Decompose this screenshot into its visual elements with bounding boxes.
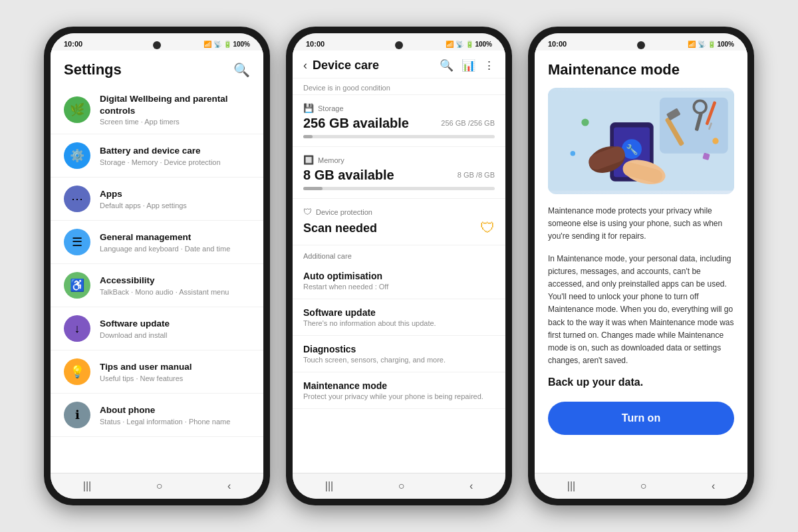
nav-home-2[interactable]: ○ bbox=[398, 480, 405, 492]
mm-title: Maintenance mode bbox=[548, 61, 734, 78]
phone-maintenance: 10:00 📶 📡 🔋 100% Maintenance mode bbox=[528, 27, 754, 505]
settings-item-tips[interactable]: 💡 Tips and user manual Useful tips · New… bbox=[51, 350, 263, 394]
battery-care-icon: ⚙️ bbox=[64, 142, 90, 169]
digital-wellbeing-text: Digital Wellbeing and parental controls … bbox=[100, 93, 250, 126]
memory-label: 🔲 Memory bbox=[303, 155, 495, 165]
nav-back-3[interactable]: ‹ bbox=[712, 480, 715, 492]
nav-recent-1[interactable]: ||| bbox=[83, 480, 91, 492]
nav-bar-2: ||| ○ ‹ bbox=[293, 473, 505, 499]
camera-cutout-2 bbox=[395, 41, 403, 49]
shield-warn-icon: 🛡 bbox=[480, 219, 495, 237]
settings-item-general[interactable]: ☰ General management Language and keyboa… bbox=[51, 221, 263, 264]
device-header-icons: 🔍 📊 ⋮ bbox=[440, 59, 495, 72]
nav-back-2[interactable]: ‹ bbox=[469, 480, 473, 492]
protection-label: 🛡 Device protection bbox=[303, 207, 495, 217]
accessibility-text: Accessibility TalkBack · Mono audio · As… bbox=[100, 275, 250, 296]
time-1: 10:00 bbox=[64, 40, 82, 48]
dc-item-software[interactable]: Software update There's no information a… bbox=[293, 299, 505, 336]
auto-sub: Restart when needed : Off bbox=[303, 283, 495, 291]
settings-item-software[interactable]: ↓ Software update Download and install bbox=[51, 307, 263, 350]
score-area: Device is in good condition bbox=[293, 78, 505, 95]
settings-item-digital-wellbeing[interactable]: 🌿 Digital Wellbeing and parental control… bbox=[51, 85, 263, 134]
nav-recent-3[interactable]: ||| bbox=[567, 480, 575, 492]
battery-icon-3: 🔋 100% bbox=[708, 41, 734, 48]
sw-update-title: Software update bbox=[303, 307, 495, 318]
software-icon: ↓ bbox=[64, 315, 90, 342]
software-text: Software update Download and install bbox=[100, 318, 250, 339]
settings-item-battery[interactable]: ⚙️ Battery and device care Storage · Mem… bbox=[51, 134, 263, 178]
settings-list: 🌿 Digital Wellbeing and parental control… bbox=[51, 85, 263, 473]
tips-label: Tips and user manual bbox=[100, 361, 250, 373]
maint-sub: Protect your privacy while your phone is… bbox=[303, 392, 495, 400]
mm-backup-label: Back up your data. bbox=[548, 376, 734, 388]
phone-settings: 10:00 📶 📡 🔋 100% Settings 🔍 🌿 Digital We… bbox=[44, 27, 270, 505]
memory-section[interactable]: 🔲 Memory 8 GB available 8 GB /8 GB bbox=[293, 147, 505, 199]
chart-icon[interactable]: 📊 bbox=[462, 59, 475, 72]
signal-icon-3: 📡 bbox=[698, 41, 706, 48]
diag-sub: Touch screen, sensors, charging, and mor… bbox=[303, 356, 495, 364]
tips-icon: 💡 bbox=[64, 358, 90, 385]
nav-bar-3: ||| ○ ‹ bbox=[535, 473, 747, 499]
svg-point-17 bbox=[712, 138, 718, 144]
wifi-icon-2: 📶 bbox=[446, 41, 454, 48]
accessibility-sub: TalkBack · Mono audio · Assistant menu bbox=[100, 288, 250, 296]
software-label: Software update bbox=[100, 318, 250, 330]
maint-title: Maintenance mode bbox=[303, 380, 495, 391]
mm-body-text-2: In Maintenance mode, your personal data,… bbox=[548, 253, 734, 368]
phone-device-care: 10:00 📶 📡 🔋 100% ‹ Device care 🔍 📊 ⋮ bbox=[286, 27, 512, 505]
settings-item-apps[interactable]: ⋯ Apps Default apps · App settings bbox=[51, 178, 263, 221]
battery-icon-2: 🔋 100% bbox=[466, 41, 492, 48]
about-icon: ℹ bbox=[64, 402, 90, 428]
dc-item-auto[interactable]: Auto optimisation Restart when needed : … bbox=[293, 263, 505, 299]
auto-title: Auto optimisation bbox=[303, 271, 495, 281]
device-care-header: ‹ Device care 🔍 📊 ⋮ bbox=[293, 51, 505, 78]
device-care-screen: ‹ Device care 🔍 📊 ⋮ Device is in good co… bbox=[293, 51, 505, 473]
device-care-title: Device care bbox=[313, 59, 440, 72]
storage-value: 256 GB /256 GB bbox=[441, 119, 495, 127]
memory-value: 8 GB /8 GB bbox=[458, 171, 495, 179]
about-label: About phone bbox=[100, 404, 250, 416]
score-text: Device is in good condition bbox=[303, 84, 390, 92]
software-sub: Download and install bbox=[100, 331, 250, 339]
battery-label: Battery and device care bbox=[100, 145, 250, 157]
storage-progress bbox=[303, 135, 495, 138]
settings-item-accessibility[interactable]: ♿ Accessibility TalkBack · Mono audio · … bbox=[51, 264, 263, 307]
general-sub: Language and keyboard · Date and time bbox=[100, 245, 250, 253]
digital-wellbeing-label: Digital Wellbeing and parental controls bbox=[100, 93, 250, 116]
battery-icon: 🔋 100% bbox=[223, 41, 250, 48]
svg-point-18 bbox=[571, 151, 575, 156]
nav-recent-2[interactable]: ||| bbox=[325, 480, 333, 492]
storage-section[interactable]: 💾 Storage 256 GB available 256 GB /256 G… bbox=[293, 95, 505, 147]
maintenance-screen: Maintenance mode bbox=[535, 51, 747, 473]
settings-item-about[interactable]: ℹ About phone Status · Legal information… bbox=[51, 394, 263, 437]
more-icon[interactable]: ⋮ bbox=[483, 59, 495, 72]
storage-icon: 💾 bbox=[303, 103, 314, 113]
sw-update-sub: There's no information about this update… bbox=[303, 319, 495, 327]
nav-home-3[interactable]: ○ bbox=[640, 480, 647, 492]
accessibility-icon: ♿ bbox=[64, 272, 90, 299]
nav-home-1[interactable]: ○ bbox=[156, 480, 163, 492]
protection-icon: 🛡 bbox=[303, 207, 312, 217]
protection-section[interactable]: 🛡 Device protection Scan needed 🛡 bbox=[293, 199, 505, 245]
turn-on-button[interactable]: Turn on bbox=[548, 402, 734, 435]
settings-header: Settings 🔍 bbox=[51, 51, 263, 85]
general-text: General management Language and keyboard… bbox=[100, 231, 250, 253]
search-icon[interactable]: 🔍 bbox=[233, 62, 250, 78]
dc-item-diagnostics[interactable]: Diagnostics Touch screen, sensors, charg… bbox=[293, 336, 505, 372]
search-icon-2[interactable]: 🔍 bbox=[440, 59, 454, 72]
scan-title: Scan needed bbox=[303, 221, 377, 235]
nav-back-1[interactable]: ‹ bbox=[227, 480, 231, 492]
svg-point-16 bbox=[581, 118, 589, 126]
camera-cutout-3 bbox=[637, 41, 645, 49]
status-icons-3: 📶 📡 🔋 100% bbox=[688, 41, 734, 48]
mm-body-text-1: Maintenance mode protects your privacy w… bbox=[548, 205, 734, 243]
nav-bar-1: ||| ○ ‹ bbox=[51, 473, 263, 499]
back-button[interactable]: ‹ bbox=[303, 59, 307, 72]
dc-item-maintenance[interactable]: Maintenance mode Protect your privacy wh… bbox=[293, 372, 505, 409]
apps-sub: Default apps · App settings bbox=[100, 201, 250, 209]
apps-text: Apps Default apps · App settings bbox=[100, 188, 250, 209]
tips-text: Tips and user manual Useful tips · New f… bbox=[100, 361, 250, 382]
camera-cutout bbox=[153, 41, 161, 49]
maintenance-svg: 🔧 bbox=[548, 88, 734, 194]
settings-screen: Settings 🔍 🌿 Digital Wellbeing and paren… bbox=[51, 51, 263, 473]
